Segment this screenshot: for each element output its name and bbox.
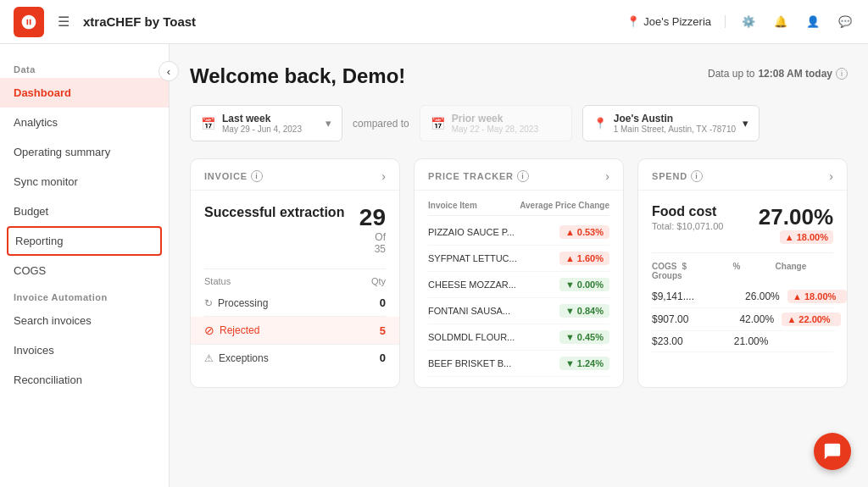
- spend-card-arrow[interactable]: ›: [829, 169, 833, 183]
- chat-icon[interactable]: 💬: [836, 13, 854, 31]
- price-item-1: PIZZAIO SAUCE P...: [428, 227, 559, 237]
- sidebar-item-invoices[interactable]: Invoices: [0, 335, 169, 365]
- sidebar-section-invoice: Invoice Automation: [0, 285, 169, 306]
- price-row-5: SOLDMDL FLOUR... ▼0.45%: [428, 324, 609, 351]
- calendar-prior-icon: 📅: [431, 117, 445, 130]
- cogs-row-2: $907.00 42.00% ▲ 22.00%: [652, 308, 833, 331]
- app-title: xtraCHEF by Toast: [83, 14, 613, 29]
- spend-card: SPEND i › Food cost Total: $10,071.00: [637, 158, 848, 388]
- compared-to-label: compared to: [353, 118, 409, 130]
- location-address: 1 Main Street, Austin, TX -78710: [614, 125, 736, 134]
- processing-qty: 0: [380, 296, 386, 309]
- food-cost-pct: 27.00%: [759, 204, 833, 230]
- price-change-6: ▼1.24%: [559, 357, 609, 370]
- cogs-row-3: $23.00 21.00%: [652, 331, 833, 352]
- price-change-5: ▼0.45%: [559, 330, 609, 344]
- price-item-6: BEEF BRISKET B...: [428, 358, 559, 368]
- price-change-1: ▲0.53%: [559, 225, 609, 239]
- price-tracker-card-body: Invoice Item Average Price Change PIZZAI…: [415, 191, 623, 387]
- processing-label: Processing: [218, 297, 268, 309]
- sidebar-item-dashboard[interactable]: Dashboard: [0, 78, 169, 108]
- price-item-5: SOLDMDL FLOUR...: [428, 332, 559, 342]
- cogs-change-1: ▲ 18.00%: [787, 290, 847, 303]
- extraction-number: 29: [359, 204, 386, 231]
- invoice-main: Successful extraction 29 Of 35: [204, 204, 386, 255]
- prior-date-label: Prior week: [452, 113, 538, 125]
- main-content: Welcome back, Demo! Data up to 12:08 AM …: [170, 44, 868, 487]
- welcome-title: Welcome back, Demo!: [190, 64, 405, 88]
- content-header: Welcome back, Demo! Data up to 12:08 AM …: [190, 64, 848, 88]
- current-date-range: May 29 - Jun 4, 2023: [222, 125, 302, 134]
- price-row-2: SYFPNAT LETTUC... ▲1.60%: [428, 246, 609, 272]
- status-row-processing: ↻ Processing 0: [204, 290, 386, 317]
- extraction-count: 29 Of 35: [359, 204, 386, 255]
- hamburger-icon[interactable]: ☰: [58, 14, 70, 30]
- rejected-icon: ⊘: [204, 324, 214, 337]
- bell-icon[interactable]: 🔔: [771, 13, 790, 31]
- invoice-card-label: INVOICE i: [204, 170, 263, 182]
- food-cost-change-badge: ▲ 18.00%: [780, 230, 833, 244]
- settings-icon[interactable]: ⚙️: [739, 13, 758, 31]
- date-picker-chevron: ▾: [326, 117, 331, 130]
- spend-info-icon[interactable]: i: [691, 170, 703, 182]
- cogs-pct-2: 42.00%: [739, 313, 782, 325]
- spend-card-header: SPEND i ›: [638, 159, 847, 191]
- price-item-2: SYFPNAT LETTUC...: [428, 253, 559, 263]
- cogs-col-change: Change: [776, 262, 835, 280]
- status-row-rejected: ⊘ Rejected 5: [191, 317, 399, 345]
- price-tracker-info-icon[interactable]: i: [517, 170, 529, 182]
- date-picker-current[interactable]: 📅 Last week May 29 - Jun 4, 2023 ▾: [190, 105, 342, 141]
- user-icon[interactable]: 👤: [804, 13, 822, 31]
- chat-fab-button[interactable]: [814, 433, 851, 470]
- sidebar-item-cogs[interactable]: COGS: [0, 256, 169, 285]
- location-picker-chevron: ▾: [743, 117, 748, 130]
- location-picker[interactable]: 📍 Joe's Austin 1 Main Street, Austin, TX…: [582, 105, 760, 141]
- sidebar-item-reconciliation[interactable]: Reconciliation: [0, 365, 169, 395]
- invoice-card: INVOICE i › Successful extraction 29 Of …: [190, 158, 400, 388]
- status-row-exceptions: ⚠ Exceptions 0: [204, 345, 386, 371]
- price-change-2: ▲1.60%: [559, 252, 609, 265]
- rejected-qty: 5: [380, 324, 386, 337]
- food-cost-row: Food cost Total: $10,071.00 27.00% ▲ 18.…: [652, 204, 833, 244]
- sidebar-item-sync-monitor[interactable]: Sync monitor: [0, 167, 169, 196]
- price-tracker-arrow[interactable]: ›: [605, 169, 609, 183]
- cogs-pct-1: 26.00%: [745, 291, 787, 302]
- filter-bar: 📅 Last week May 29 - Jun 4, 2023 ▾ compa…: [190, 105, 848, 141]
- price-row-1: PIZZAIO SAUCE P... ▲0.53%: [428, 219, 609, 246]
- calendar-icon: 📅: [201, 117, 215, 130]
- cogs-group-2: $907.00: [652, 313, 688, 325]
- pin-icon: 📍: [626, 15, 640, 28]
- sidebar-item-budget[interactable]: Budget: [0, 196, 169, 226]
- price-row-4: FONTANI SAUSA... ▼0.84%: [428, 298, 609, 324]
- sidebar-item-operating-summary[interactable]: Operating summary: [0, 137, 169, 167]
- location-picker-pin-icon: 📍: [593, 117, 607, 130]
- price-col-change: Average Price Change: [520, 201, 609, 210]
- nav-icons: ⚙️ 🔔 👤 💬: [739, 13, 854, 31]
- sidebar-item-search-invoices[interactable]: Search invoices: [0, 306, 169, 335]
- price-change-4: ▼0.84%: [559, 304, 609, 318]
- invoice-info-icon[interactable]: i: [251, 170, 263, 182]
- status-col-header: Status: [204, 276, 231, 286]
- cogs-header: COGS Groups $ % Change: [652, 262, 833, 280]
- sidebar: ‹ Data Dashboard Analytics Operating sum…: [0, 44, 170, 487]
- rejected-label: Rejected: [220, 324, 259, 336]
- cogs-col-amount: $: [682, 262, 733, 280]
- top-nav: ☰ xtraCHEF by Toast 📍 Joe's Pizzeria ⚙️ …: [0, 0, 868, 44]
- sidebar-item-analytics[interactable]: Analytics: [0, 108, 169, 137]
- invoice-card-body: Successful extraction 29 Of 35 Status Qt…: [191, 191, 399, 385]
- data-up-to-info-icon[interactable]: i: [836, 68, 848, 80]
- price-tracker-label: PRICE TRACKER i: [428, 170, 529, 182]
- cogs-pct-3: 21.00%: [734, 335, 776, 347]
- cogs-group-3: $23.00: [652, 335, 683, 347]
- cards-row: INVOICE i › Successful extraction 29 Of …: [190, 158, 848, 388]
- date-picker-prior[interactable]: 📅 Prior week May 22 - May 28, 2023: [420, 105, 572, 141]
- food-cost-total: Total: $10,071.00: [652, 221, 723, 231]
- sidebar-collapse-button[interactable]: ‹: [159, 61, 179, 81]
- top-location[interactable]: 📍 Joe's Pizzeria: [626, 15, 726, 28]
- prior-date-range: May 22 - May 28, 2023: [452, 125, 538, 134]
- invoice-card-arrow[interactable]: ›: [381, 169, 386, 183]
- sidebar-item-reporting[interactable]: Reporting: [7, 226, 162, 256]
- data-up-to: Data up to 12:08 AM today i: [708, 68, 848, 80]
- price-tracker-card: PRICE TRACKER i › Invoice Item Average P…: [414, 158, 624, 388]
- current-date-label: Last week: [222, 113, 302, 125]
